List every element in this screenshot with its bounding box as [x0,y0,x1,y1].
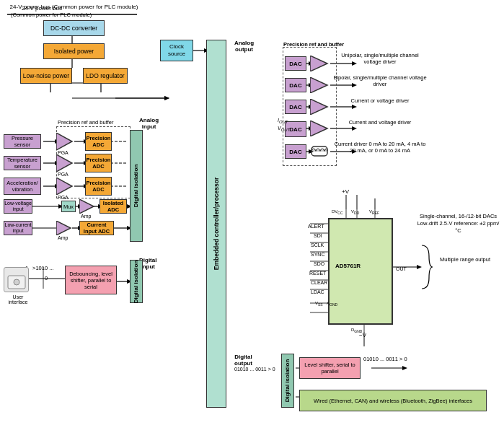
diagram: 24-V power bus (Common power for PLC mod… [0,0,504,433]
isolated-power-block: Isolated power [43,43,105,59]
low-voltage-block: Low-voltage input [4,199,32,214]
chip-name-label: AD5761R [335,263,361,269]
svg-marker-90 [417,265,422,269]
svg-marker-99 [56,133,72,150]
pga-triangle-3 [56,178,74,195]
svg-marker-103 [56,221,71,235]
analog-input-label: Analoginput [139,117,159,130]
dac-5: DAC [285,144,306,159]
amp-out-4 [310,121,329,136]
chip-description: Single-channel, 16-/12-bit DACs Low-drif… [417,213,500,234]
isolation-label-1: Digital isolation [133,165,140,208]
pin-vdd: VDD [351,209,359,215]
accel-sensor-block: Acceleration/ vibration [4,178,41,195]
pin-alert: ALERT [308,224,324,229]
pin-sclk: SCLK [311,242,324,248]
svg-marker-68 [352,126,357,131]
user-interface-block [4,267,29,292]
pin-sdi: SDI [314,233,322,238]
desc-1: Unipolar, single/multiple channel voltag… [333,52,427,65]
current-input-adc-block: CurrentInput ADC [79,221,114,235]
pin-reset: RESET [309,271,326,276]
analog-output-label: Analogoutput [234,40,254,53]
pga-label-3: PGA [58,195,68,200]
amp-out-2 [310,77,329,93]
svg-marker-11 [164,96,169,100]
pin-sync: SYNC [311,252,324,257]
amp-triangle-1 [79,199,95,214]
precision-adc-1: PrecisionADC [85,132,112,151]
pin-agnd: AGND [327,301,337,307]
precision-adc-2: PrecisionADC [85,154,112,172]
precision-ref-output-label: Precision ref and buffer [283,41,344,48]
isolation-label-2: Digital isolation [133,260,140,303]
debounce-block: Debouncing, level shifter, parallel to s… [65,266,117,294]
dac-2: DAC [285,78,306,92]
minus-v-label: −V [359,332,366,338]
temperature-sensor-block: Temperature sensor [4,156,41,170]
isolation-label-3: Digital isolation [285,359,291,403]
digital-output-label-left: Digitaloutput [234,354,252,367]
svg-text:0: 0 [45,275,48,281]
svg-marker-102 [79,199,94,214]
amp-label-2: Amp [58,235,68,240]
svg-marker-101 [56,178,72,195]
desc-2: Bipolar, single/multiple channel voltage… [333,74,427,87]
plus-v-label: +V [342,188,349,195]
user-interface-label: Userinterface [4,294,32,305]
desc-3: Current or voltage driver [333,97,427,104]
precision-ref-label-input: Precision ref and buffer [58,119,113,126]
pin-sdo: SDO [314,261,324,266]
svg-text:>1010 ...: >1010 ... [32,265,53,271]
isolated-adc-block: IsolatedADC [100,199,127,214]
digital-isolation-bar-1: Digital isolation [130,130,143,242]
desc-4: Current and voltage driver [333,119,427,126]
level-shifter-block: Level shifter, serial to parallel [299,357,361,379]
low-current-block: Low-current input [4,221,32,235]
mux-block: Mux [61,201,76,212]
pin-out: OUT [396,266,407,271]
pga-triangle-1 [56,133,74,150]
precision-adc-3: PrecisionADC [85,177,112,196]
pressure-sensor-block: Pressure sensor [4,134,41,149]
svg-rect-110 [311,146,327,156]
amp-triangle-2 [56,221,72,235]
ldo-block: LDO regulator [83,68,128,84]
svg-text:(Common power for PLC module): (Common power for PLC module) [11,12,92,18]
svg-marker-109 [310,121,327,136]
svg-marker-9 [164,96,169,100]
center-bar-label: Embedded controller/processor [213,178,220,270]
desc-5: Current driver 0 mA to 20 mA, 4 mA to 20… [333,141,427,154]
right-bit-stream: 01010 ... 0011 > 0 [234,367,275,372]
pin-dvcc: DVCC [332,209,343,215]
ad5761r-chip: AD5761R ALERT SDI SCLK SYNC SDO RESET CL… [328,218,393,325]
multiple-range-label: Multiple range output [436,256,494,263]
iout-label: IOUT [278,118,288,124]
digital-out-data: 01010 ... 0011 > 0 [363,356,407,362]
pin-vss: VSS [315,301,323,307]
amp-out-1 [310,56,329,71]
pin-vref: VREF [369,209,379,215]
svg-marker-100 [56,154,72,172]
low-noise-block: Low-noise power [20,68,72,84]
pin-ldac: LDAC [311,289,324,294]
svg-point-105 [14,279,19,285]
digital-isolation-bar-2: Digital isolation [130,260,143,303]
amp-label-1: Amp [81,214,91,219]
pga-triangle-2 [56,154,74,172]
coil-symbol [310,143,329,159]
wired-block: Wired (Ethernet, CAN) and wireless (Blue… [299,390,487,411]
amp-out-3 [310,99,329,115]
dac-1: DAC [285,56,306,71]
svg-marker-106 [310,56,327,71]
clock-source-block: Clocksource [160,40,193,61]
digital-isolation-bar-3: Digital isolation [281,354,294,408]
svg-marker-78 [402,366,407,370]
pin-clear: CLEAR [311,280,327,285]
center-bar: Embedded controller/processor [206,40,226,408]
svg-marker-107 [310,77,327,93]
dc-dc-block: DC-DC converter [43,20,105,36]
pga-label-2: PGA [58,172,68,177]
svg-marker-108 [310,99,327,115]
power-bus-label: 24-V power bus (Common power for PLC mod… [7,4,141,10]
